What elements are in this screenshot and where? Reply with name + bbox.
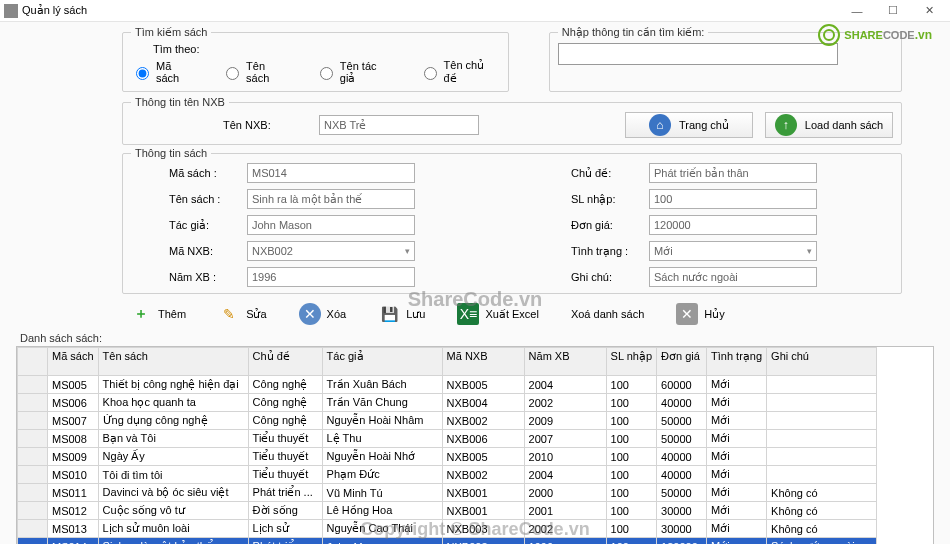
cell-namxb[interactable]: 2004 (524, 376, 606, 394)
cell-namxb[interactable]: 2001 (524, 502, 606, 520)
col-slnhap[interactable]: SL nhập (606, 348, 656, 376)
cell-slnhap[interactable]: 100 (606, 430, 656, 448)
cell-tinhtrang[interactable]: Mới (707, 520, 767, 538)
cell-dongia[interactable]: 50000 (657, 484, 707, 502)
cell-tinhtrang[interactable]: Mới (707, 484, 767, 502)
maximize-button[interactable]: ☐ (876, 2, 910, 20)
cell-ghichu[interactable]: Không có (767, 484, 877, 502)
chude-field[interactable] (649, 163, 817, 183)
radio-tensach[interactable]: Tên sách (221, 60, 291, 84)
cell-tensach[interactable]: Cuộc sống vô tư (98, 502, 248, 520)
cell-tensach[interactable]: Davinci và bộ óc siêu việt (98, 484, 248, 502)
cell-masach[interactable]: MS014 (48, 538, 99, 545)
cell-chude[interactable]: Lịch sử (248, 520, 322, 538)
cell-dongia[interactable]: 30000 (657, 502, 707, 520)
cell-tacgia[interactable]: Trần Xuân Bách (322, 376, 442, 394)
slnhap-field[interactable] (649, 189, 817, 209)
cell-dongia[interactable]: 40000 (657, 466, 707, 484)
col-chude[interactable]: Chủ đề (248, 348, 322, 376)
cell-ghichu[interactable]: Sách nước ngoài (767, 538, 877, 545)
cell-namxb[interactable]: 2010 (524, 448, 606, 466)
cell-dongia[interactable]: 40000 (657, 448, 707, 466)
cell-dongia[interactable]: 30000 (657, 520, 707, 538)
cell-slnhap[interactable]: 100 (606, 376, 656, 394)
cell-masach[interactable]: MS010 (48, 466, 99, 484)
cell-manxb[interactable]: NXB001 (442, 484, 524, 502)
table-row[interactable]: MS009Ngày ẤyTiểu thuyếtNguyễn Hoài NhớNX… (18, 448, 877, 466)
them-button[interactable]: ＋Thêm (118, 300, 198, 328)
tennxb-field[interactable] (319, 115, 479, 135)
cell-dongia[interactable]: 50000 (657, 412, 707, 430)
cell-chude[interactable]: Tiểu thuyết (248, 430, 322, 448)
cell-tensach[interactable]: Lịch sử muôn loài (98, 520, 248, 538)
cell-masach[interactable]: MS011 (48, 484, 99, 502)
cell-masach[interactable]: MS012 (48, 502, 99, 520)
cell-ghichu[interactable] (767, 376, 877, 394)
sua-button[interactable]: ✎Sửa (206, 300, 278, 328)
cell-slnhap[interactable]: 100 (606, 448, 656, 466)
cell-tacgia[interactable]: Lệ Thu (322, 430, 442, 448)
cell-tensach[interactable]: Bạn và Tôi (98, 430, 248, 448)
cell-slnhap[interactable]: 100 (606, 484, 656, 502)
cell-manxb[interactable]: NXB005 (442, 376, 524, 394)
radio-chude[interactable]: Tên chủ đề (419, 59, 500, 85)
cell-tensach[interactable]: Ứng dụng công nghệ (98, 412, 248, 430)
cell-tacgia[interactable]: John Mason (322, 538, 442, 545)
cell-tinhtrang[interactable]: Mới (707, 502, 767, 520)
cell-chude[interactable]: Đời sống (248, 502, 322, 520)
radio-tacgia[interactable]: Tên tác giả (315, 60, 395, 85)
cell-namxb[interactable]: 2004 (524, 466, 606, 484)
cell-tensach[interactable]: Thiết bị công nghệ hiện đại (98, 376, 248, 394)
search-input[interactable] (558, 43, 838, 65)
cell-tinhtrang[interactable]: Mới (707, 466, 767, 484)
cell-chude[interactable]: Công nghệ (248, 376, 322, 394)
cell-chude[interactable]: Phát triển ... (248, 538, 322, 545)
cell-tacgia[interactable]: Lê Hồng Hoa (322, 502, 442, 520)
cell-slnhap[interactable]: 100 (606, 520, 656, 538)
cell-chude[interactable]: Phát triển ... (248, 484, 322, 502)
cell-tensach[interactable]: Ngày Ấy (98, 448, 248, 466)
table-row[interactable]: MS011Davinci và bộ óc siêu việtPhát triể… (18, 484, 877, 502)
masach-field[interactable] (247, 163, 415, 183)
cell-namxb[interactable]: 2000 (524, 484, 606, 502)
cell-dongia[interactable]: 50000 (657, 430, 707, 448)
cell-tacgia[interactable]: Nguyễn Cao Thái (322, 520, 442, 538)
cell-chude[interactable]: Tiểu thuyết (248, 448, 322, 466)
table-row[interactable]: MS013Lịch sử muôn loàiLịch sửNguyễn Cao … (18, 520, 877, 538)
col-tensach[interactable]: Tên sách (98, 348, 248, 376)
cell-namxb[interactable]: 2007 (524, 430, 606, 448)
cell-tensach[interactable]: Khoa học quanh ta (98, 394, 248, 412)
cell-masach[interactable]: MS005 (48, 376, 99, 394)
dongia-field[interactable] (649, 215, 817, 235)
cell-masach[interactable]: MS007 (48, 412, 99, 430)
col-tinhtrang[interactable]: Tình trạng (707, 348, 767, 376)
cell-ghichu[interactable] (767, 412, 877, 430)
cell-tensach[interactable]: Sinh ra là một bản thể (98, 538, 248, 545)
cell-manxb[interactable]: NXB002 (442, 538, 524, 545)
cell-dongia[interactable]: 40000 (657, 394, 707, 412)
col-manxb[interactable]: Mã NXB (442, 348, 524, 376)
cell-masach[interactable]: MS009 (48, 448, 99, 466)
tacgia-field[interactable] (247, 215, 415, 235)
cell-tacgia[interactable]: Trần Văn Chung (322, 394, 442, 412)
trangchu-button[interactable]: ⌂ Trang chủ (625, 112, 753, 138)
cell-tacgia[interactable]: Phạm Đức (322, 466, 442, 484)
cell-slnhap[interactable]: 100 (606, 538, 656, 545)
cell-ghichu[interactable]: Không có (767, 520, 877, 538)
cell-chude[interactable]: Tiểu thuyết (248, 466, 322, 484)
cell-dongia[interactable]: 120000 (657, 538, 707, 545)
minimize-button[interactable]: — (840, 2, 874, 20)
cell-manxb[interactable]: NXB005 (442, 448, 524, 466)
cell-manxb[interactable]: NXB006 (442, 430, 524, 448)
cell-chude[interactable]: Công nghệ (248, 412, 322, 430)
namxb-field[interactable] (247, 267, 415, 287)
ghichu-field[interactable] (649, 267, 817, 287)
cell-masach[interactable]: MS008 (48, 430, 99, 448)
cell-tinhtrang[interactable]: Mới (707, 394, 767, 412)
luu-button[interactable]: 💾Lưu (366, 300, 437, 328)
cell-tacgia[interactable]: Nguyễn Hoài Nhớ (322, 448, 442, 466)
cell-manxb[interactable]: NXB003 (442, 520, 524, 538)
cell-slnhap[interactable]: 100 (606, 466, 656, 484)
table-row[interactable]: ▸MS014Sinh ra là một bản thểPhát triển .… (18, 538, 877, 545)
cell-manxb[interactable]: NXB001 (442, 502, 524, 520)
